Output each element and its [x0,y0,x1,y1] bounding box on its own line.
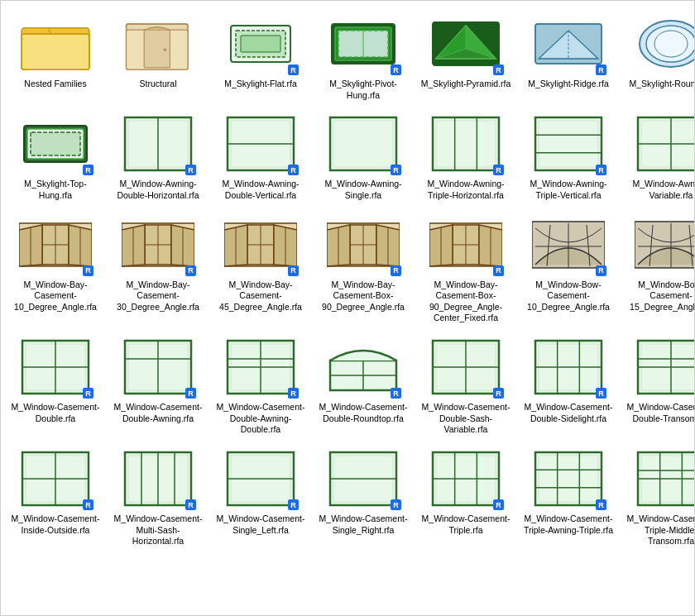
item-thumbnail: R [16,334,95,400]
list-item[interactable]: RM_Window-Casement-Inside-Outside.rfa [7,442,103,551]
item-label: M_Skylight-Flat.rfa [224,79,297,90]
list-item[interactable]: RM_Window-Awning-Double-Vertical.rfa [213,107,309,204]
svg-rect-34 [330,117,396,170]
item-label: M_Window-Bay-Casement-30_Degree_Angle.rf… [113,279,204,313]
item-thumbnail: R [118,111,198,177]
item-thumbnail: R [16,446,95,512]
list-item[interactable]: RM_Window-Casement-Single_Left.rfa [213,442,309,551]
r-badge: R [493,165,504,175]
item-label: M_Window-Casement-Double-Sidelight.rfa [523,402,614,424]
list-item[interactable]: RM_Skylight-Pivot-Hung.rfa [315,7,411,104]
list-item[interactable]: RM_Window-Casement-Triple-Middle-Transom… [623,442,695,551]
item-label: M_Window-Casement-Double-Awning.rfa [113,402,204,424]
r-badge: R [185,265,196,276]
list-item[interactable]: RM_Window-Bay-Casement-Box-90_Degree_Ang… [315,208,411,328]
item-label: M_Window-Casement-Double.rfa [10,402,101,424]
svg-rect-9 [241,36,280,52]
list-item[interactable]: RM_Skylight-Round.rfa [623,7,695,104]
list-item[interactable]: RM_Window-Awning-Variable.rfa [623,107,695,204]
svg-rect-40 [535,117,602,170]
item-thumbnail: R [221,212,300,278]
list-item[interactable]: RM_Window-Bay-Casement-Box-90_Degree_Ang… [418,208,514,328]
r-badge: R [185,165,196,175]
item-label: M_Window-Casement-Triple.rfa [420,513,511,536]
item-thumbnail: R [221,446,300,512]
r-badge: R [391,64,401,75]
list-item[interactable]: RM_Window-Casement-Double.rfa [7,331,103,439]
svg-point-24 [654,31,688,57]
list-item[interactable]: RM_Window-Bay-Casement-30_Degree_Angle.r… [110,208,206,328]
r-badge: R [596,165,606,175]
item-thumbnail: R [426,446,506,512]
r-badge: R [391,499,401,510]
item-thumbnail: R [631,11,695,77]
item-label: M_Window-Bay-Casement-45_Degree_Angle.rf… [215,279,306,313]
item-label: M_Skylight-Top-Hung.rfa [10,179,101,201]
list-item[interactable]: RM_Window-Awning-Triple-Horizontal.rfa [418,107,514,204]
r-badge: R [83,265,93,276]
list-item[interactable]: RM_Window-Bay-Casement-10_Degree_Angle.r… [7,208,103,328]
svg-rect-2 [22,34,89,69]
list-item[interactable]: RM_Window-Awning-Single.rfa [315,107,411,204]
item-thumbnail: R [221,11,300,77]
item-label: M_Window-Awning-Variable.rfa [626,179,695,201]
list-item[interactable]: RM_Window-Bow-Casement-15_Degree_Angle.r… [623,208,695,328]
r-badge: R [288,265,299,276]
item-label: M_Window-Bay-Casement-Box-90_Degree_Angl… [318,279,409,313]
file-grid: Nested Families Structural RM_Skylight-F… [1,1,694,557]
list-item[interactable]: RM_Window-Casement-Double-Roundtop.rfa [315,331,411,439]
item-label: M_Window-Casement-Multi-Sash-Horizontal.… [113,513,204,547]
list-item[interactable]: RM_Window-Casement-Triple-Awning-Triple.… [520,442,616,551]
list-item[interactable]: RM_Skylight-Flat.rfa [213,7,309,104]
item-label: M_Skylight-Pivot-Hung.rfa [318,79,409,101]
r-badge: R [288,499,299,510]
r-badge: R [288,165,299,175]
item-label: M_Window-Casement-Triple-Middle-Transom.… [626,513,695,547]
list-item[interactable]: Structural [110,7,206,104]
list-item[interactable]: RM_Skylight-Pyramid.rfa [418,7,514,104]
item-label: Nested Families [24,79,86,90]
item-thumbnail: R [426,334,506,400]
item-thumbnail: R [324,212,403,278]
item-label: M_Skylight-Ridge.rfa [528,79,608,90]
item-thumbnail: R [426,212,506,278]
list-item[interactable]: RM_Window-Bay-Casement-45_Degree_Angle.r… [213,208,309,328]
list-item[interactable]: RM_Window-Casement-Multi-Sash-Horizontal… [110,442,206,551]
r-badge: R [493,265,504,276]
item-label: M_Window-Awning-Triple-Horizontal.rfa [420,179,511,201]
list-item[interactable]: RM_Window-Awning-Double-Horizontal.rfa [110,107,206,204]
item-thumbnail: R [324,111,403,177]
list-item[interactable]: RM_Window-Casement-Single_Right.rfa [315,442,411,551]
item-thumbnail: R [631,212,695,278]
item-thumbnail: R [221,111,300,177]
list-item[interactable]: RM_Skylight-Top-Hung.rfa [7,107,103,204]
item-label: M_Window-Awning-Double-Horizontal.rfa [113,179,204,201]
item-label: M_Window-Casement-Double-Roundtop.rfa [318,402,409,424]
list-item[interactable]: RM_Skylight-Ridge.rfa [520,7,616,104]
r-badge: R [596,64,606,75]
item-thumbnail: R [426,11,506,77]
list-item[interactable]: RM_Window-Casement-Double-Awning.rfa [110,331,206,439]
item-label: M_Skylight-Round.rfa [630,79,695,90]
list-item[interactable]: RM_Window-Casement-Double-Awning-Double.… [213,331,309,439]
item-thumbnail: R [118,212,198,278]
item-label: M_Window-Awning-Single.rfa [318,179,409,201]
list-item[interactable]: Nested Families [7,7,103,104]
list-item[interactable]: RM_Window-Casement-Double-Sidelight.rfa [520,331,616,439]
r-badge: R [596,388,606,399]
item-label: M_Window-Awning-Triple-Vertical.rfa [523,179,614,201]
item-label: M_Window-Awning-Double-Vertical.rfa [215,179,306,201]
list-item[interactable]: RM_Window-Awning-Triple-Vertical.rfa [520,107,616,204]
r-badge: R [391,165,401,175]
item-label: Structural [140,79,177,90]
list-item[interactable]: RM_Window-Casement-Double-Transom.rfa [623,331,695,439]
item-thumbnail: R [529,111,608,177]
list-item[interactable]: RM_Window-Bow-Casement-10_Degree_Angle.r… [520,208,616,328]
item-thumbnail [118,11,198,77]
item-label: M_Window-Casement-Triple-Awning-Triple.r… [523,513,614,536]
item-label: M_Window-Casement-Double-Transom.rfa [626,402,695,424]
list-item[interactable]: RM_Window-Casement-Triple.rfa [418,442,514,551]
item-thumbnail: R [426,111,506,177]
item-thumbnail: R [118,446,198,512]
list-item[interactable]: RM_Window-Casement-Double-Sash-Variable.… [418,331,514,439]
